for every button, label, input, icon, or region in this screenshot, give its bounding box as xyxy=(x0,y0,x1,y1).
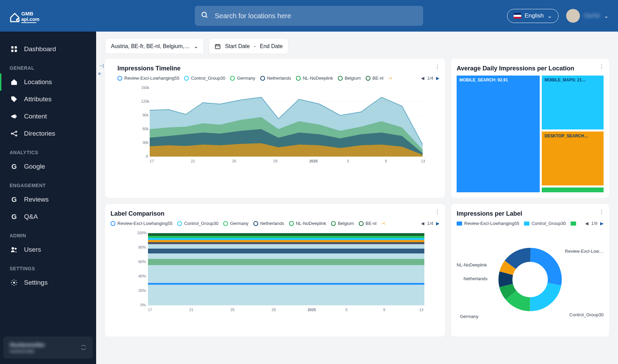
filter-icon[interactable]: ≡ xyxy=(98,71,103,76)
language-label: English xyxy=(525,12,544,19)
card-menu[interactable]: ⋮ xyxy=(435,64,440,70)
legend-item[interactable]: Control_Group30 xyxy=(177,221,218,226)
legend-item[interactable]: NL-NoDeeplink xyxy=(289,221,326,226)
svg-text:150k: 150k xyxy=(141,86,149,90)
language-select[interactable]: English ⌄ xyxy=(507,9,559,23)
legend-item[interactable]: Review-Excl-Lowhanging55 xyxy=(117,76,179,81)
svg-text:120k: 120k xyxy=(141,99,149,103)
legend-item[interactable]: Belgium xyxy=(331,221,354,226)
svg-text:29: 29 xyxy=(272,308,276,312)
treemap-cell-other[interactable] xyxy=(542,187,604,192)
search-icon xyxy=(201,11,209,20)
user-name: Gerhit xyxy=(584,12,600,19)
date-range-filter[interactable]: Start Date - End Date xyxy=(209,38,288,54)
svg-point-12 xyxy=(16,135,17,136)
legend-item[interactable]: Review-Excl-Lowhanging55 xyxy=(457,221,519,226)
next-icon[interactable]: ▶ xyxy=(436,221,439,226)
next-icon[interactable]: ▶ xyxy=(436,76,439,81)
prev-icon[interactable]: ◀ xyxy=(421,221,424,226)
svg-point-15 xyxy=(12,247,14,250)
svg-rect-56 xyxy=(148,236,424,238)
treemap-cell-mobile-search[interactable]: MOBILE_SEARCH: 92.91 xyxy=(457,76,540,192)
search-input[interactable] xyxy=(195,6,423,26)
donut-label: Netherlands xyxy=(464,276,488,281)
sidebar-label: Content xyxy=(24,113,47,120)
sidebar-label: Google xyxy=(24,163,45,170)
svg-text:90k: 90k xyxy=(142,113,149,117)
sidebar-label: Locations xyxy=(24,78,52,86)
topbar: GMB api.com English ⌄ Gerhit ⌄ xyxy=(0,0,618,32)
svg-text:GMB: GMB xyxy=(21,11,33,16)
legend-item[interactable]: Control_Group30 xyxy=(524,221,566,226)
google-icon: G xyxy=(10,162,19,171)
users-icon xyxy=(10,245,19,254)
legend-item[interactable]: Review-Excl-Lowhanging55 xyxy=(111,221,172,226)
prev-icon[interactable]: ◀ xyxy=(421,76,424,81)
legend-item[interactable]: Control_Group30 xyxy=(184,76,225,81)
next-icon[interactable]: ▶ xyxy=(600,221,604,226)
svg-text:17: 17 xyxy=(150,159,154,163)
treemap-cell-desktop-search[interactable]: DESKTOP_SEARCH… xyxy=(542,132,604,185)
sidebar-item-reviews[interactable]: G Reviews xyxy=(0,191,96,208)
start-date: Start Date xyxy=(225,43,250,49)
card-avg-daily: Average Daily Impressions per Location ⋮… xyxy=(451,59,609,198)
grid-icon xyxy=(10,45,19,54)
sidebar-item-qa[interactable]: G Q&A xyxy=(0,208,96,225)
legend-item[interactable]: Belgium xyxy=(338,76,361,81)
sidebar-heading-settings: SETTINGS xyxy=(0,258,96,274)
legend-item[interactable]: Germany xyxy=(230,76,255,81)
org-switcher[interactable]: Hunkemoller Hunkemoller ︿﹀ xyxy=(3,337,93,359)
legend-item[interactable]: BE-nl xyxy=(359,221,377,226)
legend-item[interactable]: BE-nl xyxy=(366,76,384,81)
svg-rect-55 xyxy=(148,233,424,236)
card-menu[interactable]: ⋮ xyxy=(435,209,440,215)
legend-item[interactable]: NL-NoDeeplink xyxy=(296,76,333,81)
svg-rect-60 xyxy=(148,249,424,253)
uk-flag-icon xyxy=(514,13,521,19)
card-title: Impressions Timeline xyxy=(117,65,439,72)
svg-text:29: 29 xyxy=(273,159,277,163)
google-icon: G xyxy=(10,195,19,204)
svg-line-5 xyxy=(206,16,207,18)
card-impressions-timeline: →| ≡ Impressions Timeline ⋮ Review-Excl-… xyxy=(105,59,445,198)
svg-rect-59 xyxy=(148,242,424,244)
svg-text:api.com: api.com xyxy=(21,16,39,22)
area-chart: 150k120k90k60k30k0 1721252920255913 xyxy=(117,83,439,182)
card-menu[interactable]: ⋮ xyxy=(599,64,604,70)
sidebar-item-users[interactable]: Users xyxy=(0,241,96,258)
svg-point-11 xyxy=(16,131,17,133)
sidebar-item-settings[interactable]: Settings xyxy=(0,274,96,291)
svg-text:60%: 60% xyxy=(138,260,146,264)
user-menu[interactable]: Gerhit ⌄ xyxy=(566,9,608,23)
pager: 1/4 xyxy=(427,221,433,226)
legend-item-more[interactable]: -< xyxy=(381,221,386,226)
sidebar-label: Attributes xyxy=(24,95,52,103)
treemap: MOBILE_SEARCH: 92.91 MOBILE_MAPS: 21… DE… xyxy=(457,76,604,192)
legend-item[interactable]: Netherlands xyxy=(260,76,291,81)
google-icon: G xyxy=(10,212,19,221)
sidebar-item-dashboard[interactable]: Dashboard xyxy=(0,41,96,58)
sidebar-item-directories[interactable]: Directories xyxy=(0,125,96,142)
legend-item[interactable]: Germany xyxy=(223,221,248,226)
location-filter[interactable]: Austria, BE-fr, BE-nl, Belgium,… ⌄ xyxy=(105,38,204,54)
expand-icon[interactable]: →| xyxy=(98,63,103,68)
card-menu[interactable]: ⋮ xyxy=(599,209,604,215)
legend-item[interactable]: Netherlands xyxy=(253,221,284,226)
svg-text:20%: 20% xyxy=(138,288,146,293)
main: Austria, BE-fr, BE-nl, Belgium,… ⌄ Start… xyxy=(96,32,618,364)
sidebar-item-attributes[interactable]: Attributes xyxy=(0,91,96,108)
svg-text:40%: 40% xyxy=(138,274,146,278)
legend-item[interactable] xyxy=(571,221,576,226)
sidebar-item-content[interactable]: Content xyxy=(0,108,96,125)
treemap-cell-mobile-maps[interactable]: MOBILE_MAPS: 21… xyxy=(542,76,604,129)
svg-text:21: 21 xyxy=(191,159,195,163)
svg-rect-8 xyxy=(11,50,13,52)
filter-bar: Austria, BE-fr, BE-nl, Belgium,… ⌄ Start… xyxy=(105,38,609,54)
sidebar-label: Users xyxy=(24,246,41,253)
donut-label: NL-NoDeeplink xyxy=(457,262,487,268)
sidebar-item-google[interactable]: G Google xyxy=(0,158,96,175)
prev-icon[interactable]: ◀ xyxy=(585,221,588,226)
sidebar-item-locations[interactable]: Locations xyxy=(0,73,96,91)
legend-item-more[interactable]: -< xyxy=(388,76,392,81)
sidebar-label: Q&A xyxy=(24,213,38,220)
